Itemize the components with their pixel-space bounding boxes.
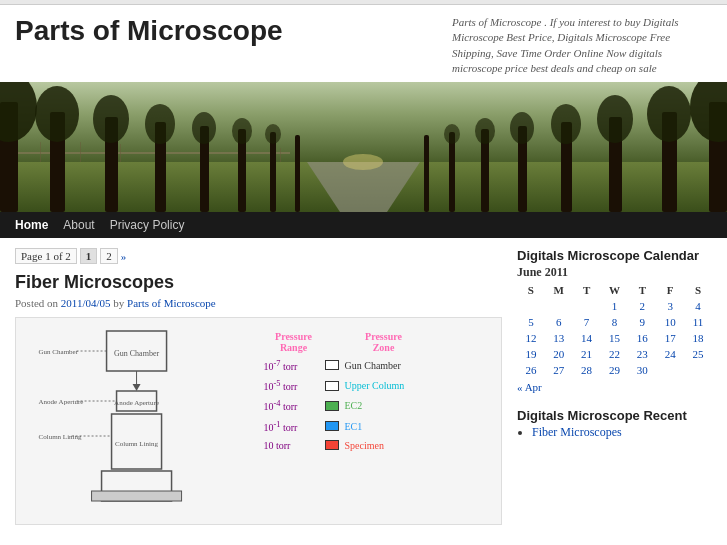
- sidebar-recent-section: Digitals Microscope Recent Fiber Microsc…: [517, 408, 712, 440]
- cal-th-s2: S: [684, 282, 712, 298]
- cal-day[interactable]: 17: [656, 330, 684, 346]
- calendar-month-header: June 2011: [517, 265, 712, 280]
- svg-point-31: [597, 95, 633, 143]
- header: Parts of Microscope Parts of Microscope …: [0, 5, 727, 82]
- cal-day[interactable]: 13: [545, 330, 573, 346]
- cal-day[interactable]: 26: [517, 362, 545, 378]
- calendar-prev-link[interactable]: « Apr: [517, 381, 712, 393]
- cal-day: [573, 298, 601, 314]
- calendar: June 2011 S M T W T F S: [517, 265, 712, 393]
- recent-list-item: Fiber Microscopes: [532, 425, 712, 440]
- svg-point-18: [145, 104, 175, 144]
- tagline: Parts of Microscope . If you interest to…: [452, 15, 712, 77]
- pressure-label-5: Specimen: [345, 440, 384, 451]
- nav-item-about[interactable]: About: [63, 218, 94, 232]
- cal-day[interactable]: 7: [573, 314, 601, 330]
- cal-day[interactable]: 3: [656, 298, 684, 314]
- cal-day[interactable]: 28: [573, 362, 601, 378]
- cal-day[interactable]: 24: [656, 346, 684, 362]
- cal-day[interactable]: 25: [684, 346, 712, 362]
- post-author-link[interactable]: Parts of Microscope: [127, 297, 216, 309]
- nav-bar: Home About Privacy Policy: [0, 212, 727, 238]
- pressure-row-2: 10-5 torr Upper Column: [264, 379, 489, 392]
- post-date-link[interactable]: 2011/04/05: [61, 297, 111, 309]
- pressure-box-5: [325, 440, 339, 450]
- cal-day[interactable]: 11: [684, 314, 712, 330]
- cal-day[interactable]: 2: [628, 298, 656, 314]
- pagination-label: Page 1 of 2: [15, 248, 77, 264]
- pressure-row-4: 10-1 torr EC1: [264, 420, 489, 433]
- svg-text:Anode Aperture: Anode Aperture: [114, 399, 159, 407]
- svg-rect-57: [92, 491, 182, 501]
- svg-marker-45: [133, 384, 141, 391]
- cal-day[interactable]: 23: [628, 346, 656, 362]
- cal-day[interactable]: 5: [517, 314, 545, 330]
- main-content: Page 1 of 2 1 2 » Fiber Microscopes Post…: [15, 248, 502, 535]
- pressure-range-title2: Range: [264, 342, 324, 353]
- svg-text:Gun Chamber: Gun Chamber: [114, 349, 159, 358]
- nav-item-privacy[interactable]: Privacy Policy: [110, 218, 185, 232]
- cal-day[interactable]: 4: [684, 298, 712, 314]
- pagination: Page 1 of 2 1 2 »: [15, 248, 502, 264]
- pressure-zone-title2: Zone: [354, 342, 414, 353]
- page-btn-1[interactable]: 1: [80, 248, 98, 264]
- cal-day[interactable]: 1: [601, 298, 629, 314]
- pagination-next[interactable]: »: [121, 250, 127, 262]
- sidebar: Digitals Microscope Calendar June 2011 S…: [502, 248, 712, 535]
- svg-point-33: [551, 104, 581, 144]
- recent-item-link[interactable]: Fiber Microscopes: [532, 425, 622, 439]
- svg-rect-40: [424, 135, 429, 212]
- svg-rect-25: [295, 135, 300, 212]
- svg-point-29: [647, 86, 691, 142]
- svg-text:Gun Chamber: Gun Chamber: [39, 348, 79, 356]
- cal-day[interactable]: 22: [601, 346, 629, 362]
- cal-day[interactable]: 15: [601, 330, 629, 346]
- pressure-row-5: 10 torr Specimen: [264, 440, 489, 451]
- cal-th-t2: T: [628, 282, 656, 298]
- svg-rect-10: [280, 148, 281, 162]
- svg-text:Column Lining: Column Lining: [115, 440, 158, 448]
- svg-point-39: [444, 124, 460, 144]
- cal-day[interactable]: 29: [601, 362, 629, 378]
- pressure-val-5: 10 torr: [264, 440, 319, 451]
- cal-th-f: F: [656, 282, 684, 298]
- cal-day[interactable]: 18: [684, 330, 712, 346]
- pressure-box-3: [325, 401, 339, 411]
- svg-rect-4: [40, 142, 41, 162]
- cal-day[interactable]: 6: [545, 314, 573, 330]
- svg-point-20: [192, 112, 216, 144]
- cal-day: [684, 362, 712, 378]
- page-btn-2[interactable]: 2: [100, 248, 118, 264]
- pressure-label-1: Gun Chamber: [345, 360, 401, 371]
- cal-day[interactable]: 16: [628, 330, 656, 346]
- svg-rect-6: [120, 144, 121, 162]
- hero-image: [0, 82, 727, 212]
- sidebar-calendar-title: Digitals Microscope Calendar: [517, 248, 712, 263]
- cal-th-t1: T: [573, 282, 601, 298]
- pressure-box-2: [325, 381, 339, 391]
- cal-day[interactable]: 12: [517, 330, 545, 346]
- cal-day[interactable]: 9: [628, 314, 656, 330]
- svg-point-14: [35, 86, 79, 142]
- cal-day[interactable]: 14: [573, 330, 601, 346]
- cal-day[interactable]: 21: [573, 346, 601, 362]
- cal-th-w: W: [601, 282, 629, 298]
- svg-point-35: [510, 112, 534, 144]
- svg-rect-5: [80, 142, 81, 162]
- content-area: Page 1 of 2 1 2 » Fiber Microscopes Post…: [0, 238, 727, 545]
- cal-day[interactable]: 30: [628, 362, 656, 378]
- cal-day[interactable]: 19: [517, 346, 545, 362]
- cal-day: [517, 298, 545, 314]
- svg-point-41: [343, 154, 383, 170]
- cal-day: [656, 362, 684, 378]
- pressure-row-3: 10-4 torr EC2: [264, 399, 489, 412]
- pressure-box-4: [325, 421, 339, 431]
- cal-th-s1: S: [517, 282, 545, 298]
- cal-day[interactable]: 10: [656, 314, 684, 330]
- nav-item-home[interactable]: Home: [15, 218, 48, 232]
- cal-day[interactable]: 27: [545, 362, 573, 378]
- pressure-val-2: 10-5 torr: [264, 379, 319, 392]
- cal-day[interactable]: 20: [545, 346, 573, 362]
- scope-schematic-svg: Gun Chamber Anode Aperture Column Lining: [24, 326, 249, 516]
- cal-day[interactable]: 8: [601, 314, 629, 330]
